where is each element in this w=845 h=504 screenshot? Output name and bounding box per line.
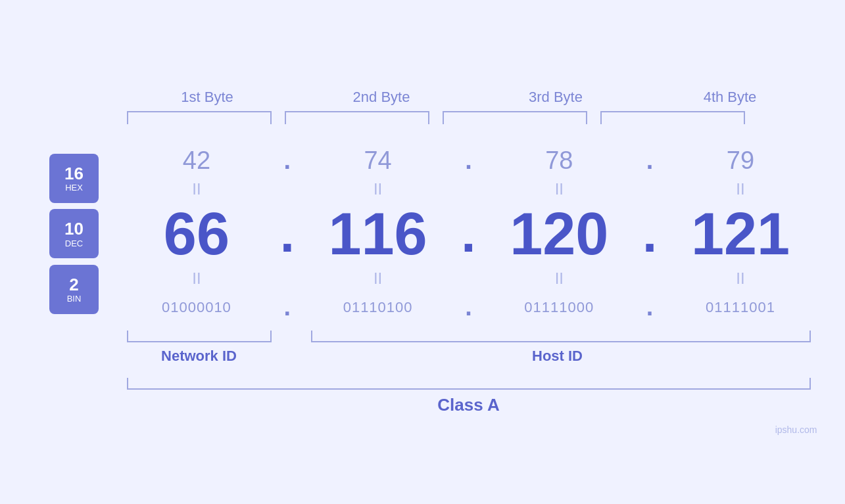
byte-header-4: 4th Byte <box>658 89 802 106</box>
host-id-label: Host ID <box>298 348 817 365</box>
class-bracket <box>127 378 811 390</box>
bin-badge: 2 BIN <box>49 265 99 314</box>
host-bracket-wrap <box>304 331 817 342</box>
eq-1: II <box>124 180 269 198</box>
hex-badge-num: 16 <box>64 164 84 183</box>
hex-val-1: 42 <box>124 147 269 175</box>
dec-val-1: 66 <box>124 204 269 263</box>
eq-4: II <box>668 180 813 198</box>
top-brackets <box>120 111 817 124</box>
dot-1: . <box>278 147 297 175</box>
hex-badge: 16 HEX <box>49 154 99 203</box>
dec-badge: 10 DEC <box>49 209 99 258</box>
bin-badge-label: BIN <box>67 294 82 304</box>
bin-row: 01000010 . 01110100 . 01111000 . 0111100… <box>120 290 817 324</box>
bracket-2 <box>285 111 429 124</box>
hex-badge-label: HEX <box>65 183 83 193</box>
host-bracket <box>311 331 811 342</box>
dec-badge-num: 10 <box>64 219 84 239</box>
byte-header-3: 3rd Byte <box>483 89 628 106</box>
hex-row: 42 . 74 . 78 . 79 <box>120 144 817 177</box>
byte-headers: 1st Byte 2nd Byte 3rd Byte 4th Byte <box>120 89 817 106</box>
main-content: 16 HEX 10 DEC 2 BIN 42 . 74 <box>28 144 817 324</box>
id-brackets <box>120 331 817 342</box>
bracket-3 <box>443 111 587 124</box>
dot-3: . <box>640 147 660 175</box>
eq-8: II <box>668 269 813 288</box>
dot-2: . <box>458 147 478 175</box>
eq-row-1: II II II II <box>120 177 817 201</box>
bin-dot-3: . <box>640 293 660 321</box>
dec-dot-2: . <box>458 204 478 264</box>
bin-val-3: 01111000 <box>487 299 631 316</box>
hex-val-4: 79 <box>668 147 813 175</box>
dec-dot-1: . <box>278 204 297 264</box>
network-id-label: Network ID <box>120 348 278 365</box>
bottom-section: Network ID Host ID <box>28 331 817 365</box>
bracket-1 <box>127 111 272 124</box>
hex-val-3: 78 <box>487 147 631 175</box>
eq-row-2: II II II II <box>120 267 817 290</box>
bracket-4 <box>600 111 745 124</box>
bin-badge-num: 2 <box>69 275 78 294</box>
eq-5: II <box>124 269 269 288</box>
byte-header-1: 1st Byte <box>135 89 279 106</box>
dec-val-2: 116 <box>306 204 450 263</box>
class-section: Class A <box>120 378 817 415</box>
network-bracket-wrap <box>120 331 278 342</box>
eq-7: II <box>487 269 631 288</box>
eq-2: II <box>306 180 450 198</box>
bin-val-2: 01110100 <box>306 299 450 316</box>
dec-val-3: 120 <box>487 204 631 263</box>
dec-row: 66 . 116 . 120 . 121 <box>120 201 817 267</box>
values-area: 42 . 74 . 78 . 79 II II <box>120 144 817 324</box>
class-label: Class A <box>120 395 817 415</box>
dec-val-4: 121 <box>668 204 813 263</box>
eq-3: II <box>487 180 631 198</box>
id-labels: Network ID Host ID <box>120 348 817 365</box>
badges-column: 16 HEX 10 DEC 2 BIN <box>28 144 120 324</box>
hex-val-2: 74 <box>306 147 450 175</box>
network-bracket <box>127 331 272 342</box>
bin-dot-2: . <box>458 293 478 321</box>
eq-6: II <box>306 269 450 288</box>
byte-header-2: 2nd Byte <box>309 89 454 106</box>
bin-val-4: 01111001 <box>668 299 813 316</box>
dec-dot-3: . <box>640 204 660 264</box>
dec-badge-label: DEC <box>65 239 83 248</box>
watermark: ipshu.com <box>775 424 817 435</box>
bin-dot-1: . <box>278 293 297 321</box>
bin-val-1: 01000010 <box>124 299 269 316</box>
